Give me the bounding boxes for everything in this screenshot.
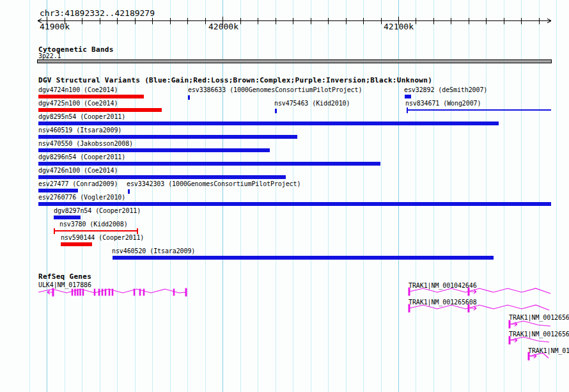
cytoband-bar [37,59,552,63]
genome-browser-view: chr3:41892332..42189279 41900k42000k4210… [0,0,569,392]
dgv-track-title: DGV Structural Variants (Blue:Gain;Red:L… [38,76,432,84]
refseq-track-title: RefSeq Genes [38,272,91,281]
